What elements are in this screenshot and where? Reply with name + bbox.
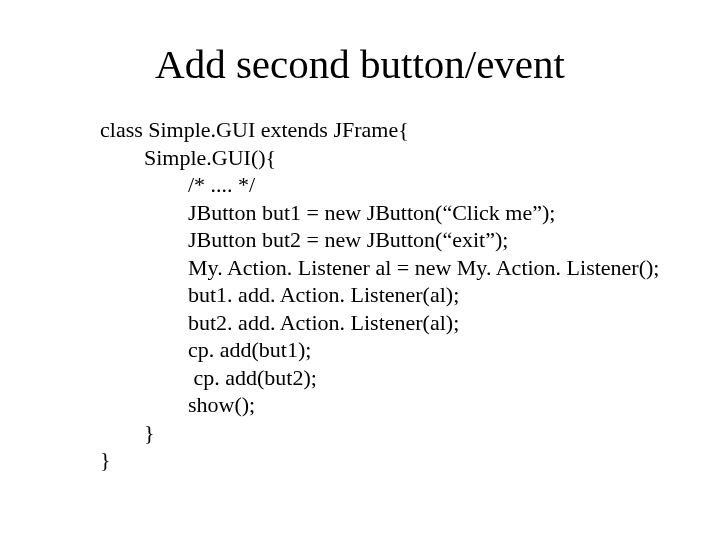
code-line: but2. add. Action. Listener(al); — [100, 310, 459, 335]
slide: Add second button/event class Simple.GUI… — [0, 0, 720, 540]
code-block: class Simple.GUI extends JFrame{ Simple.… — [0, 116, 720, 474]
code-line: /* .... */ — [100, 172, 255, 197]
code-line: cp. add(but1); — [100, 337, 311, 362]
code-line: class Simple.GUI extends JFrame{ — [100, 117, 409, 142]
code-line: but1. add. Action. Listener(al); — [100, 282, 459, 307]
code-line: show(); — [100, 392, 255, 417]
code-line: } — [100, 420, 155, 445]
code-line: } — [100, 447, 111, 472]
code-line: cp. add(but2); — [100, 365, 317, 390]
code-line: JButton but2 = new JButton(“exit”); — [100, 227, 508, 252]
code-line: Simple.GUI(){ — [100, 145, 276, 170]
slide-title: Add second button/event — [0, 0, 720, 116]
code-line: My. Action. Listener al = new My. Action… — [100, 255, 659, 280]
code-line: JButton but1 = new JButton(“Click me”); — [100, 200, 555, 225]
